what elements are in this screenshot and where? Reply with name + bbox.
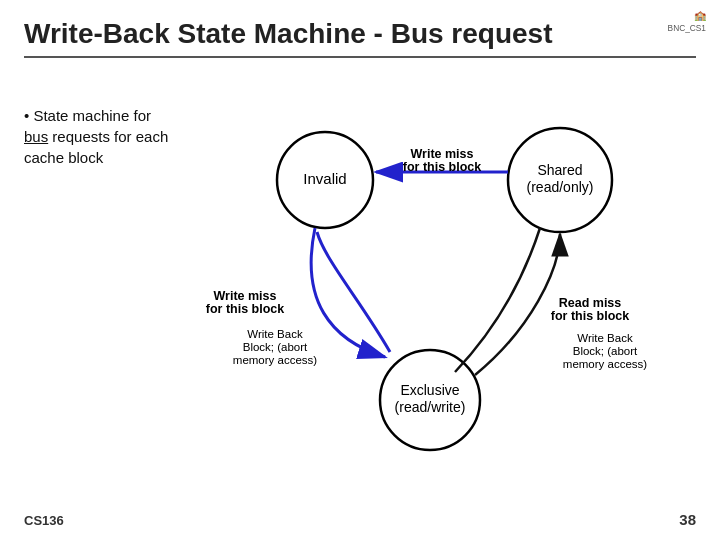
svg-text:memory access): memory access)	[233, 354, 318, 366]
svg-text:(read/write): (read/write)	[395, 399, 466, 415]
svg-text:Exclusive: Exclusive	[400, 382, 459, 398]
svg-text:Write miss: Write miss	[411, 147, 474, 161]
svg-text:Block; (abort: Block; (abort	[243, 341, 308, 353]
slide-title: Write-Back State Machine - Bus request	[24, 18, 696, 58]
svg-text:Invalid: Invalid	[303, 170, 346, 187]
svg-text:Write Back: Write Back	[577, 332, 633, 344]
svg-text:Block; (abort: Block; (abort	[573, 345, 638, 357]
svg-text:Shared: Shared	[537, 162, 582, 178]
bullet-prefix: • State machine for	[24, 107, 151, 124]
svg-text:for this block: for this block	[551, 309, 630, 323]
svg-text:Write miss: Write miss	[214, 289, 277, 303]
logo: 🏫 BNC_CS1	[668, 10, 706, 34]
state-diagram: Invalid Shared (read/only) Exclusive (re…	[160, 70, 700, 490]
footer-right: 38	[679, 511, 696, 528]
bullet-text: • State machine for bus requests for eac…	[24, 105, 179, 168]
bus-word: bus	[24, 128, 48, 145]
svg-text:for this block: for this block	[206, 302, 285, 316]
footer-left: CS136	[24, 513, 64, 528]
svg-text:Read miss: Read miss	[559, 296, 622, 310]
svg-text:for this block: for this block	[403, 160, 482, 174]
svg-text:(read/only): (read/only)	[527, 179, 594, 195]
svg-text:memory access): memory access)	[563, 358, 648, 370]
svg-text:Write Back: Write Back	[247, 328, 303, 340]
slide: Write-Back State Machine - Bus request •…	[0, 0, 720, 540]
